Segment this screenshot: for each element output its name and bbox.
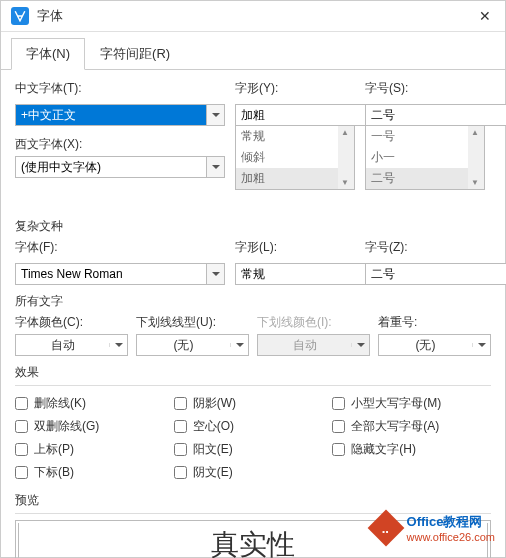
chk-engrave[interactable]: 阴文(E) — [174, 461, 333, 484]
preview-title: 预览 — [15, 492, 491, 509]
size-input[interactable] — [365, 104, 506, 126]
chk-hidden[interactable]: 隐藏文字(H) — [332, 438, 491, 461]
window-title: 字体 — [37, 7, 475, 25]
complex-style-combo[interactable] — [235, 263, 355, 285]
watermark: .. Office教程网 www.office26.com — [373, 513, 495, 543]
chk-emboss[interactable]: 阳文(E) — [174, 438, 333, 461]
chk-sub[interactable]: 下标(B) — [15, 461, 174, 484]
office-badge-icon: .. — [367, 510, 404, 547]
style-combo[interactable] — [235, 104, 355, 126]
chk-allcaps[interactable]: 全部大写字母(A) — [332, 415, 491, 438]
scrollbar[interactable] — [338, 126, 354, 189]
tab-font[interactable]: 字体(N) — [11, 38, 85, 70]
west-font-input[interactable] — [15, 156, 207, 178]
chk-outline[interactable]: 空心(O) — [174, 415, 333, 438]
style-listbox[interactable]: 常规 倾斜 加粗 — [235, 126, 355, 190]
chevron-down-icon[interactable] — [207, 104, 225, 126]
complex-size-combo[interactable] — [365, 263, 485, 285]
size-listbox[interactable]: 一号 小一 二号 — [365, 126, 485, 190]
west-font-combo[interactable] — [15, 156, 225, 178]
complex-font-input[interactable] — [15, 263, 207, 285]
emphasis-label: 着重号: — [378, 314, 491, 331]
list-item[interactable]: 常规 — [236, 126, 354, 147]
chevron-down-icon — [351, 343, 369, 347]
chk-smallcaps[interactable]: 小型大写字母(M) — [332, 392, 491, 415]
emphasis-drop[interactable]: (无) — [378, 334, 491, 356]
list-item[interactable]: 倾斜 — [236, 147, 354, 168]
tab-spacing[interactable]: 字符间距(R) — [85, 38, 185, 70]
cn-font-label: 中文字体(T): — [15, 80, 225, 97]
complex-size-label: 字号(Z): — [365, 239, 485, 256]
close-icon[interactable]: ✕ — [475, 8, 495, 24]
complex-style-label: 字形(L): — [235, 239, 355, 256]
list-item[interactable]: 二号 — [366, 168, 484, 189]
size-label: 字号(S): — [365, 80, 485, 97]
chk-strike[interactable]: 删除线(K) — [15, 392, 174, 415]
cn-font-input[interactable] — [15, 104, 207, 126]
scrollbar[interactable] — [468, 126, 484, 189]
alltext-title: 所有文字 — [15, 293, 491, 310]
style-label: 字形(Y): — [235, 80, 355, 97]
chevron-down-icon[interactable] — [230, 343, 248, 347]
effects-title: 效果 — [15, 364, 491, 381]
watermark-line1: Office教程网 — [407, 513, 495, 531]
chk-dblstrike[interactable]: 双删除线(G) — [15, 415, 174, 438]
cn-font-combo[interactable] — [15, 104, 225, 126]
chk-super[interactable]: 上标(P) — [15, 438, 174, 461]
font-color-drop[interactable]: 自动 — [15, 334, 128, 356]
underline-label: 下划线线型(U): — [136, 314, 249, 331]
west-font-label: 西文字体(X): — [15, 136, 225, 153]
underline-color-drop: 自动 — [257, 334, 370, 356]
app-icon — [11, 7, 29, 25]
chevron-down-icon[interactable] — [207, 263, 225, 285]
list-item[interactable]: 小一 — [366, 147, 484, 168]
complex-size-input[interactable] — [365, 263, 506, 285]
list-item[interactable]: 一号 — [366, 126, 484, 147]
list-item[interactable]: 加粗 — [236, 168, 354, 189]
complex-font-label: 字体(F): — [15, 239, 225, 256]
chevron-down-icon[interactable] — [109, 343, 127, 347]
font-color-label: 字体颜色(C): — [15, 314, 128, 331]
complex-title: 复杂文种 — [15, 218, 491, 235]
size-combo[interactable] — [365, 104, 485, 126]
chevron-down-icon[interactable] — [472, 343, 490, 347]
underline-drop[interactable]: (无) — [136, 334, 249, 356]
chevron-down-icon[interactable] — [207, 156, 225, 178]
chk-shadow[interactable]: 阴影(W) — [174, 392, 333, 415]
complex-font-combo[interactable] — [15, 263, 225, 285]
underline-color-label: 下划线颜色(I): — [257, 314, 370, 331]
watermark-line2: www.office26.com — [407, 531, 495, 543]
